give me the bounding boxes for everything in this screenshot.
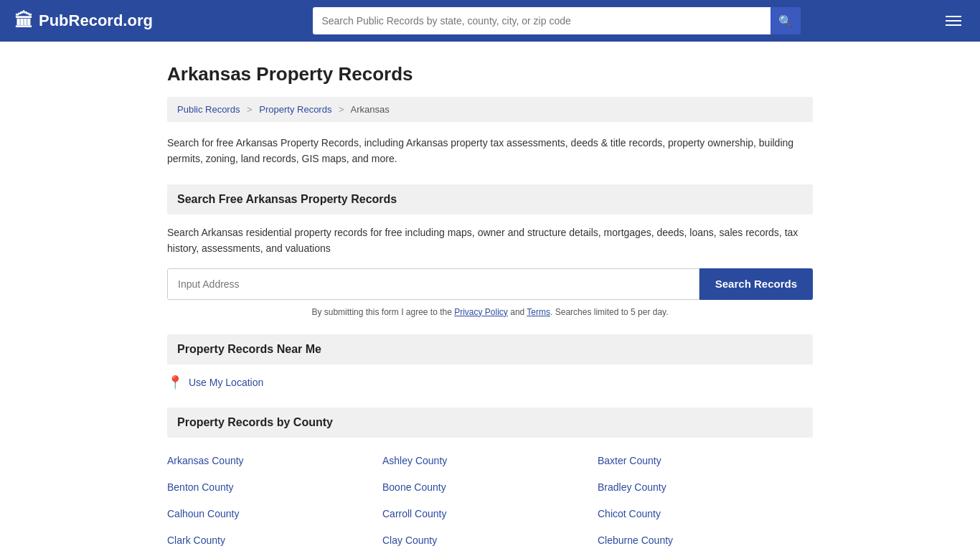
- site-logo[interactable]: 🏛 PubRecord.org: [14, 10, 153, 32]
- and-text: and: [508, 307, 527, 317]
- county-item[interactable]: Baxter County: [598, 448, 813, 474]
- header-search-input[interactable]: [313, 7, 771, 34]
- location-icon: 📍: [167, 375, 183, 390]
- breadcrumb-property-records[interactable]: Property Records: [259, 104, 331, 115]
- county-item[interactable]: Ashley County: [382, 448, 598, 474]
- search-section-header: Search Free Arkansas Property Records: [167, 184, 813, 215]
- address-input[interactable]: [167, 268, 699, 300]
- county-item[interactable]: Calhoun County: [167, 501, 382, 527]
- header-search-container: 🔍: [313, 7, 801, 34]
- address-search-row: Search Records: [167, 268, 813, 300]
- hamburger-menu-button[interactable]: [941, 11, 966, 30]
- county-item[interactable]: Clay County: [382, 527, 598, 551]
- near-me-title: Property Records Near Me: [177, 343, 321, 355]
- search-section-title: Search Free Arkansas Property Records: [177, 193, 397, 205]
- page-title: Arkansas Property Records: [167, 63, 813, 85]
- county-item[interactable]: Cleburne County: [598, 527, 813, 551]
- terms-link[interactable]: Terms: [527, 307, 550, 317]
- county-item[interactable]: Boone County: [382, 474, 598, 501]
- hamburger-line-2: [946, 20, 961, 22]
- header-search-button[interactable]: 🔍: [771, 7, 801, 34]
- page-description: Search for free Arkansas Property Record…: [167, 135, 813, 167]
- use-location-label: Use My Location: [189, 377, 263, 388]
- county-item[interactable]: Benton County: [167, 474, 382, 501]
- breadcrumb-current: Arkansas: [351, 104, 390, 115]
- site-header: 🏛 PubRecord.org 🔍: [0, 0, 980, 42]
- hamburger-line-1: [946, 16, 961, 17]
- search-icon: 🔍: [778, 14, 793, 28]
- disclaimer-text: By submitting this form I agree to the: [311, 307, 454, 317]
- breadcrumb: Public Records > Property Records > Arka…: [167, 97, 813, 122]
- breadcrumb-public-records[interactable]: Public Records: [177, 104, 240, 115]
- search-sub-description: Search Arkansas residential property rec…: [167, 225, 813, 257]
- hamburger-line-3: [946, 24, 961, 26]
- search-records-button[interactable]: Search Records: [699, 268, 813, 300]
- county-item[interactable]: Bradley County: [598, 474, 813, 501]
- privacy-policy-link[interactable]: Privacy Policy: [454, 307, 508, 317]
- breadcrumb-sep-1: >: [247, 104, 253, 115]
- county-item[interactable]: Chicot County: [598, 501, 813, 527]
- county-item[interactable]: Carroll County: [382, 501, 598, 527]
- county-item[interactable]: Arkansas County: [167, 448, 382, 474]
- logo-text: PubRecord.org: [39, 11, 153, 30]
- county-section-header: Property Records by County: [167, 408, 813, 438]
- county-item[interactable]: Clark County: [167, 527, 382, 551]
- county-grid: Arkansas CountyAshley CountyBaxter Count…: [167, 448, 813, 551]
- main-content: Arkansas Property Records Public Records…: [153, 42, 827, 551]
- breadcrumb-sep-2: >: [339, 104, 344, 115]
- near-me-section-header: Property Records Near Me: [167, 334, 813, 364]
- use-my-location-link[interactable]: 📍 Use My Location: [167, 375, 813, 390]
- disclaimer-end: . Searches limited to 5 per day.: [550, 307, 669, 317]
- county-section-title: Property Records by County: [177, 416, 333, 428]
- form-disclaimer: By submitting this form I agree to the P…: [167, 307, 813, 317]
- logo-icon: 🏛: [14, 10, 33, 32]
